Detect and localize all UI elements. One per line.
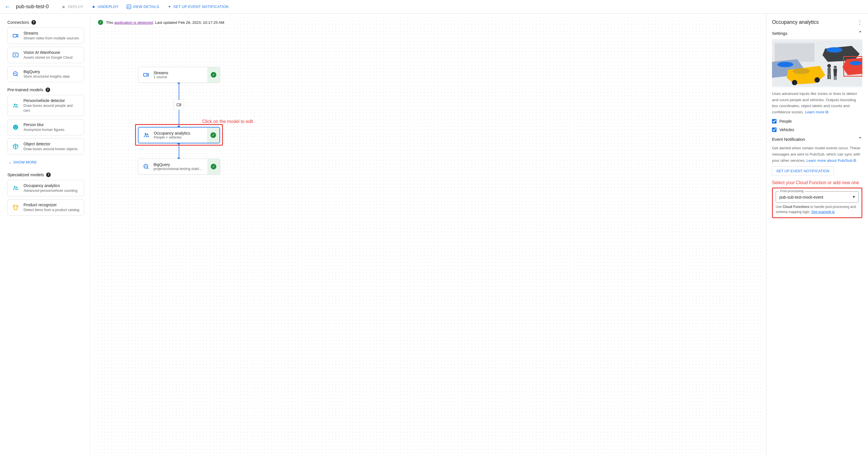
see-example-link[interactable]: See example ⧉	[811, 210, 835, 214]
svg-point-13	[145, 133, 147, 135]
panel-title: Occupancy analytics	[772, 19, 819, 25]
learn-more-link[interactable]: Learn more ⧉	[805, 110, 828, 114]
show-more-button[interactable]: ⌄ SHOW MORE	[7, 157, 38, 167]
help-icon[interactable]: ?	[46, 173, 51, 177]
help-icon[interactable]: ?	[31, 20, 36, 25]
camera-icon	[142, 71, 150, 79]
external-link-icon: ⧉	[853, 158, 856, 163]
undeploy-button[interactable]: ■ UNDEPLOY	[88, 2, 123, 11]
svg-point-21	[793, 68, 810, 74]
illustration-image	[772, 39, 862, 87]
svg-point-25	[827, 64, 831, 68]
help-icon[interactable]: ?	[45, 88, 50, 92]
intermediate-node-icon[interactable]	[174, 100, 184, 110]
people-icon	[143, 131, 150, 139]
pipeline-canvas[interactable]: ✓ This application is deployed. Last upd…	[95, 18, 762, 455]
check-icon: ✓	[211, 164, 216, 170]
properties-panel: Occupancy analytics ⋮ Settings ⌃	[766, 13, 868, 455]
chart-icon	[127, 4, 131, 9]
svg-point-23	[814, 77, 820, 83]
svg-point-6	[13, 125, 18, 130]
deployment-status: ✓ This application is deployed. Last upd…	[95, 18, 228, 28]
pubsub-learn-more-link[interactable]: Learn more about Pub/Sub ⧉	[807, 158, 857, 163]
model-product-recognizer[interactable]: Product recognizer Detect items from a p…	[7, 199, 84, 216]
svg-point-8	[16, 126, 17, 127]
node-bigquery[interactable]: BigQuery projects/visionai-testing-stabl…	[138, 159, 220, 175]
setup-event-notification-button[interactable]: SET UP EVENT NOTIFICATION	[772, 166, 834, 176]
svg-point-22	[792, 80, 797, 85]
event-notification-section-toggle[interactable]: Event Notification ⌃	[772, 136, 862, 142]
model-person-blur[interactable]: Person blur Anonymize human figures	[7, 119, 84, 135]
components-sidebar: Connectors ? Streams Stream video from m…	[0, 13, 91, 455]
svg-rect-28	[830, 74, 831, 79]
annotation-text: Select your Cloud Function or add new on…	[772, 180, 862, 185]
svg-rect-11	[177, 104, 180, 106]
settings-section-toggle[interactable]: Settings ⌃	[772, 30, 862, 36]
settings-description: Uses advanced inputs like zones or lines…	[772, 91, 862, 115]
annotation-text: Click on the model to edit	[202, 119, 253, 124]
checkbox-people[interactable]: People	[772, 119, 862, 124]
model-occupancy-analytics[interactable]: Occupancy analytics Advanced person/vehi…	[7, 180, 84, 196]
svg-point-9	[14, 186, 16, 188]
back-button[interactable]: ←	[4, 3, 11, 10]
svg-point-10	[16, 187, 18, 188]
connectors-section-header: Connectors ?	[7, 20, 84, 25]
connector-vision-warehouse[interactable]: Vision AI Warehouse Assets stored on Goo…	[7, 47, 84, 63]
svg-rect-12	[144, 73, 147, 76]
bigquery-icon	[11, 70, 20, 78]
chevron-up-icon: ⌃	[858, 30, 862, 36]
svg-point-29	[834, 65, 837, 68]
svg-rect-1	[13, 34, 17, 37]
application-deployed-link[interactable]: application is deployed	[114, 21, 153, 25]
deploy-button[interactable]: ▶ DEPLOY	[58, 2, 88, 11]
shirt-icon	[11, 204, 20, 211]
post-processing-select[interactable]: Post-processing pub-sub-test-mock-event …	[776, 191, 859, 203]
cube-icon	[11, 143, 20, 150]
setup-event-notification-button[interactable]: ✦ SET UP EVENT NOTIFICATION	[163, 2, 232, 11]
checkbox-vehicles[interactable]: Vehicles	[772, 127, 862, 132]
checkbox-vehicles-input[interactable]	[772, 127, 777, 132]
view-details-button[interactable]: VIEW DETAILS	[123, 2, 163, 11]
page-title: pub-sub-test-0	[16, 4, 49, 10]
node-occupancy-analytics[interactable]: Occupancy analytics People + vehicles ✓	[138, 127, 220, 143]
edge	[179, 142, 179, 159]
chevron-down-icon: ⌄	[8, 160, 11, 164]
people-icon	[11, 102, 20, 110]
check-icon: ✓	[210, 132, 216, 138]
svg-point-4	[14, 104, 16, 105]
model-person-vehicle-detector[interactable]: Person/vehicle detector Draw boxes aroun…	[7, 95, 84, 116]
face-icon	[11, 123, 20, 131]
camera-icon	[11, 32, 20, 40]
bigquery-icon	[142, 163, 150, 171]
sparkle-icon: ✦	[167, 4, 172, 9]
model-object-detector[interactable]: Object detector Draw boxes around known …	[7, 138, 84, 155]
chevron-up-icon: ⌃	[858, 136, 862, 142]
external-link-icon: ⧉	[832, 210, 835, 214]
checkbox-people-input[interactable]	[772, 119, 777, 124]
annotation-highlight: Post-processing pub-sub-test-mock-event …	[772, 187, 862, 218]
more-menu-button[interactable]: ⋮	[857, 19, 862, 26]
external-link-icon: ⧉	[826, 110, 828, 114]
connector-streams[interactable]: Streams Stream video from multiple sourc…	[7, 28, 84, 44]
svg-point-19	[777, 62, 793, 67]
svg-point-7	[14, 126, 15, 127]
svg-rect-31	[835, 76, 837, 80]
svg-rect-30	[834, 76, 835, 80]
node-streams[interactable]: Streams 1 source ✓	[138, 67, 220, 83]
svg-rect-17	[775, 43, 814, 62]
play-icon: ▶	[62, 4, 66, 9]
pretrained-section-header: Pre-trained models ?	[7, 87, 84, 92]
people-icon	[11, 184, 20, 192]
connector-bigquery[interactable]: BigQuery Store structured insights data	[7, 66, 84, 83]
svg-rect-26	[828, 68, 831, 74]
svg-point-5	[16, 104, 17, 105]
check-icon: ✓	[98, 20, 103, 25]
svg-rect-27	[828, 74, 829, 79]
specialized-section-header: Specialized models ?	[7, 172, 84, 177]
play-icon	[11, 51, 20, 59]
stop-icon: ■	[91, 4, 96, 9]
event-description: Get alerted when certain model events oc…	[772, 145, 862, 163]
post-processing-hint: Use Cloud Functions to handle post-proce…	[776, 204, 859, 214]
dropdown-icon: ▼	[852, 195, 856, 199]
svg-point-14	[147, 134, 148, 135]
